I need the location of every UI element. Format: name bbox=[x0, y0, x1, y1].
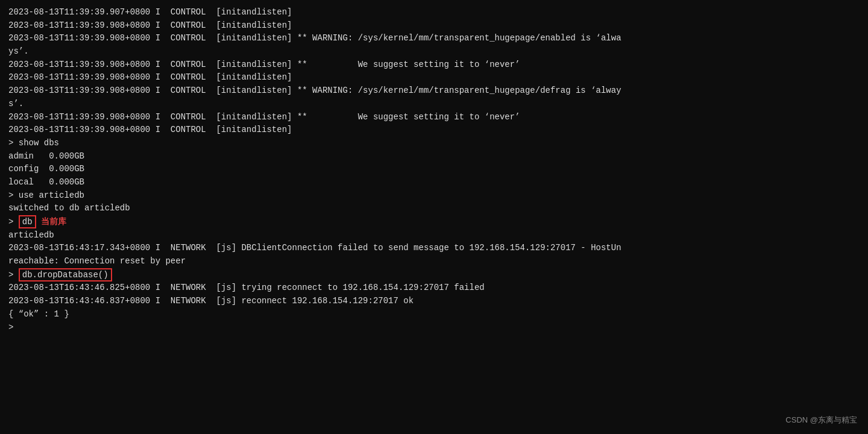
log-line-1: 2023-08-13T11:39:39.907+0800 I CONTROL [… bbox=[8, 6, 860, 19]
log-line-3: 2023-08-13T11:39:39.908+0800 I CONTROL [… bbox=[8, 32, 860, 45]
log-line-3b: ys’. bbox=[8, 45, 860, 58]
db-admin: admin 0.000GB bbox=[8, 150, 860, 163]
db-box: db bbox=[19, 215, 36, 228]
ok-result-line: { “ok” : 1 } bbox=[8, 308, 860, 321]
log-line-5: 2023-08-13T11:39:39.908+0800 I CONTROL [… bbox=[8, 71, 860, 84]
articledb-line: articledb bbox=[8, 229, 860, 242]
final-prompt: > bbox=[8, 321, 860, 335]
prompt-use-articledb: > use articledb bbox=[8, 189, 860, 203]
drop-command-line: > db.dropDatabase() bbox=[8, 268, 860, 282]
log-line-6b: s’. bbox=[8, 98, 860, 111]
log-line-6: 2023-08-13T11:39:39.908+0800 I CONTROL [… bbox=[8, 84, 860, 98]
terminal-window: 2023-08-13T11:39:39.907+0800 I CONTROL [… bbox=[0, 0, 868, 434]
drop-command-box[interactable]: db.dropDatabase() bbox=[19, 268, 112, 281]
network-fail-line-2: reachable: Connection reset by peer bbox=[8, 255, 860, 268]
csdn-watermark: CSDN @东离与精宝 bbox=[785, 415, 857, 426]
switched-msg: switched to db articledb bbox=[8, 202, 860, 215]
db-local: local 0.000GB bbox=[8, 176, 860, 189]
log-line-2: 2023-08-13T11:39:39.908+0800 I CONTROL [… bbox=[8, 19, 860, 33]
reconnect-fail-line: 2023-08-13T16:43:46.825+0800 I NETWORK [… bbox=[8, 281, 860, 295]
reconnect-ok-line: 2023-08-13T16:43:46.837+0800 I NETWORK [… bbox=[8, 295, 860, 308]
prompt-show-dbs: > show dbs bbox=[8, 137, 860, 150]
log-line-4: 2023-08-13T11:39:39.908+0800 I CONTROL [… bbox=[8, 58, 860, 72]
db-highlight-line: > db 当前库 bbox=[8, 215, 860, 229]
log-line-7: 2023-08-13T11:39:39.908+0800 I CONTROL [… bbox=[8, 111, 860, 124]
log-line-8: 2023-08-13T11:39:39.908+0800 I CONTROL [… bbox=[8, 124, 860, 137]
network-fail-line: 2023-08-13T16:43:17.343+0800 I NETWORK [… bbox=[8, 242, 860, 255]
current-db-label: 当前库 bbox=[41, 217, 66, 227]
db-config: config 0.000GB bbox=[8, 163, 860, 176]
